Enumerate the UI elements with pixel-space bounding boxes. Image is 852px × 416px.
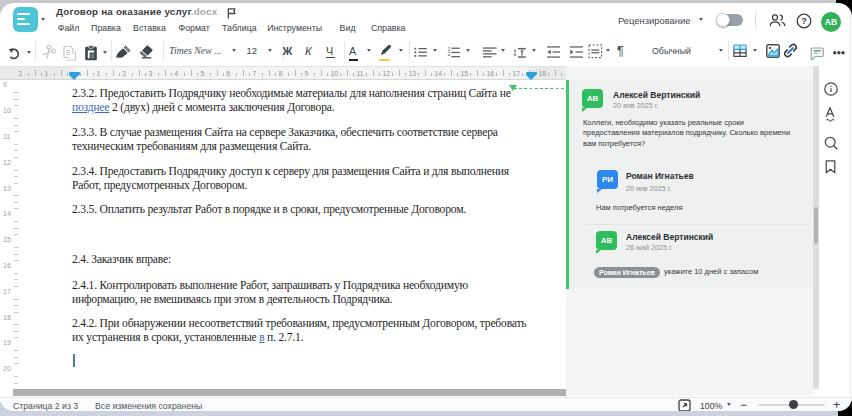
svg-text:?: ?: [801, 16, 807, 26]
svg-text:2: 2: [447, 51, 450, 57]
